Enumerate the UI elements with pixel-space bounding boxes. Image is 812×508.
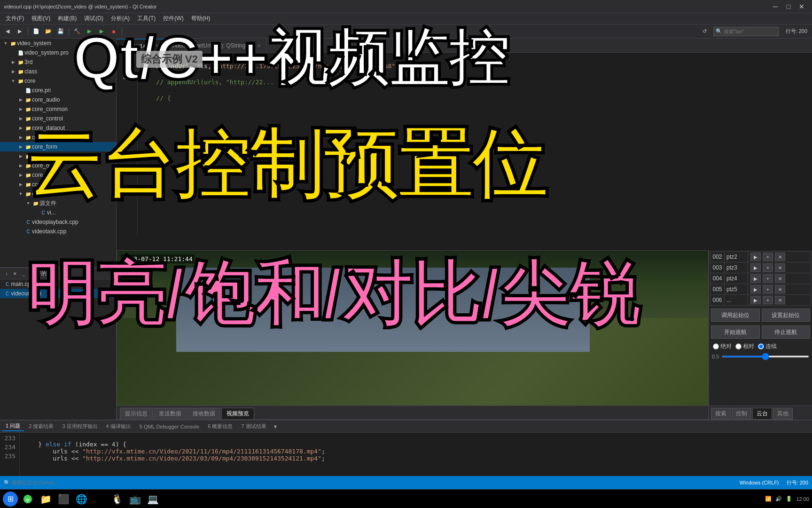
goto-start-button[interactable]: 调用起始位 [711, 309, 760, 322]
minimize-button[interactable]: ─ [769, 2, 782, 11]
radio-continuous[interactable]: 连续 [758, 342, 777, 350]
menu-controls[interactable]: 控件(W) [159, 13, 187, 24]
ptz-add-004[interactable]: + [763, 274, 773, 283]
btab-tips[interactable]: 提示信息 [120, 408, 153, 419]
btab2-issues[interactable]: 1 问题 [2, 421, 24, 431]
tree-item-core[interactable]: ▼ 📁 core [0, 76, 116, 86]
ptz-del-002[interactable]: ✕ [775, 253, 785, 261]
tab-geturls[interactable]: VideoUrl::getUrls(int): QStringList ✕ [165, 39, 267, 52]
menu-view[interactable]: 视图(V) [28, 13, 54, 24]
toolbar-run[interactable]: ▶ [84, 26, 95, 37]
tree-item-class[interactable]: ▶ 📁 class [0, 67, 116, 76]
btab2-qml[interactable]: 5 QML Debugger Console [136, 423, 203, 430]
toolbar-build[interactable]: 🔨 [71, 26, 83, 37]
taskbar-app2[interactable]: 📺 [127, 491, 143, 507]
toolbar-back[interactable]: ◀ [2, 26, 13, 37]
menu-build[interactable]: 构建(B) [54, 13, 80, 24]
radio-absolute[interactable]: 绝对 [713, 342, 732, 350]
taskbar-filemanager[interactable]: 📁 [38, 491, 54, 507]
tree-project-root[interactable]: ▼ 📁 video_system [0, 39, 116, 48]
ptz-play-005[interactable]: ▶ [750, 285, 761, 294]
toolbar-forward[interactable]: ▶ [14, 26, 25, 37]
rbtab-ptz[interactable]: 云台 [752, 408, 772, 420]
ptz-del-005[interactable]: ✕ [775, 285, 785, 294]
search-input[interactable] [724, 29, 777, 34]
menu-analyze[interactable]: 分析(A) [107, 13, 133, 24]
tree-item-vi[interactable]: C vi... [0, 208, 116, 217]
btab-send[interactable]: 发送数据 [154, 408, 187, 419]
toolbar-debug-run[interactable]: ▶ [96, 26, 107, 37]
taskbar-start[interactable]: ⊞ [3, 492, 18, 507]
tree-item-coreaudio[interactable]: ▶ 📁 core_audio [0, 95, 116, 104]
ptz-add-005[interactable]: + [763, 285, 773, 294]
slider-control[interactable] [722, 356, 809, 357]
close-button[interactable]: ✕ [795, 2, 808, 11]
ptz-play-006[interactable]: ▶ [750, 296, 761, 304]
tree-item-corecommon[interactable]: ▶ 📁 core_common [0, 104, 116, 114]
tab-close-geturls[interactable]: ✕ [257, 43, 261, 48]
toolbar-open[interactable]: 📂 [43, 26, 54, 37]
statusbar-search-input[interactable] [12, 480, 106, 485]
doc-item-videourl[interactable]: C videourl.cpp [0, 289, 116, 298]
radio-input-absolute[interactable] [713, 343, 719, 349]
taskbar-app1[interactable]: 🐧 [109, 491, 125, 507]
toolbar-new[interactable]: 📄 [31, 26, 42, 37]
start-patrol-button[interactable]: 开始巡航 [711, 325, 760, 339]
btab2-test[interactable]: 7 测试结果 [237, 422, 270, 431]
menu-file[interactable]: 文件(F) [2, 13, 28, 24]
tree-item-cored[interactable]: ▶ 📁 core_d... [0, 170, 116, 180]
maximize-button[interactable]: □ [782, 2, 795, 11]
tree-item-videotask[interactable]: C videotask.cpp [0, 227, 116, 236]
ptz-play-003[interactable]: ▶ [750, 263, 761, 272]
toolbar-save[interactable]: 💾 [55, 26, 66, 37]
ptz-play-004[interactable]: ▶ [750, 274, 761, 283]
open-docs-minimize[interactable]: _ [20, 270, 27, 278]
btab2-appoutput[interactable]: 3 应用程序输出 [58, 422, 101, 431]
tree-item-corepri[interactable]: 📄 core.pri [0, 86, 116, 95]
rbtab-other[interactable]: 其他 [773, 408, 793, 420]
ptz-add-002[interactable]: + [763, 253, 773, 261]
taskbar-qtcreator[interactable]: Qt [20, 491, 36, 507]
stop-patrol-button[interactable]: 停止巡航 [762, 325, 811, 339]
tab-close-videourl[interactable]: ✕ [156, 43, 159, 48]
tab-videourl[interactable]: videourl.cpp ✕ [117, 39, 165, 52]
radio-relative[interactable]: 相对 [735, 342, 754, 350]
taskbar-terminal[interactable]: ⬛ [55, 491, 71, 507]
tree-item-coredb[interactable]: ▶ 📁 core_db [0, 133, 116, 142]
tree-item-corecontrol[interactable]: ▶ 📁 core_control [0, 114, 116, 123]
tree-item-corev[interactable]: ▼ 📁 core_v... [0, 189, 116, 198]
menu-help[interactable]: 帮助(H) [187, 13, 214, 24]
toolbar-refresh[interactable]: ↺ [699, 26, 710, 37]
doc-item-main[interactable]: C main.cpp [0, 279, 116, 289]
open-docs-close-all[interactable]: ✕ [11, 270, 19, 278]
tree-item-coredataout[interactable]: ▶ 📁 core_dataout [0, 123, 116, 133]
btab-recv[interactable]: 接收数据 [187, 408, 220, 419]
rbtab-control[interactable]: 控制 [732, 408, 751, 420]
tree-item-3rd[interactable]: ▶ 📁 3rd [0, 57, 116, 67]
tree-item-coretc[interactable]: ▶ 📁 core_tc... [0, 180, 116, 189]
tree-item-coremap[interactable]: ▶ 📁 core_map [0, 151, 116, 161]
menu-tools[interactable]: 工具(T) [133, 13, 159, 24]
set-start-button[interactable]: 设置起始位 [762, 309, 811, 322]
btab2-search[interactable]: 2 搜索结果 [25, 422, 57, 431]
btab2-summary[interactable]: 6 概要信息 [204, 422, 236, 431]
tree-item-pro[interactable]: 📄 video_system.pro [0, 48, 116, 57]
ptz-del-004[interactable]: ✕ [775, 274, 785, 283]
code-content[interactable]: appendUrl(urls, "http://232.175.159.225:… [138, 53, 812, 236]
tree-item-videoplayback[interactable]: C videoplayback.cpp [0, 217, 116, 227]
radio-input-continuous[interactable] [758, 343, 764, 349]
open-docs-sort[interactable]: ↕ [3, 270, 10, 278]
ptz-del-003[interactable]: ✕ [775, 263, 785, 272]
taskbar-app3[interactable]: 💻 [145, 491, 161, 507]
statusbar-search[interactable]: 🔍 [4, 480, 106, 486]
taskbar-settings[interactable]: ⚙ [91, 491, 107, 507]
bottom-code-content[interactable]: } else if (index == 4) { urls << "http:/… [20, 433, 812, 476]
btab2-compile[interactable]: 4 编译输出 [102, 422, 135, 431]
rbtab-search[interactable]: 搜索 [711, 408, 731, 420]
tree-item-coreonvif[interactable]: ▶ 📁 core_onvif [0, 161, 116, 170]
menu-debug[interactable]: 调试(D) [80, 13, 107, 24]
ptz-del-006[interactable]: ✕ [775, 296, 785, 304]
ptz-play-002[interactable]: ▶ [750, 253, 761, 261]
tree-item-coreform[interactable]: ▶ 📁 core_form [0, 142, 116, 151]
ptz-add-006[interactable]: + [763, 296, 773, 304]
